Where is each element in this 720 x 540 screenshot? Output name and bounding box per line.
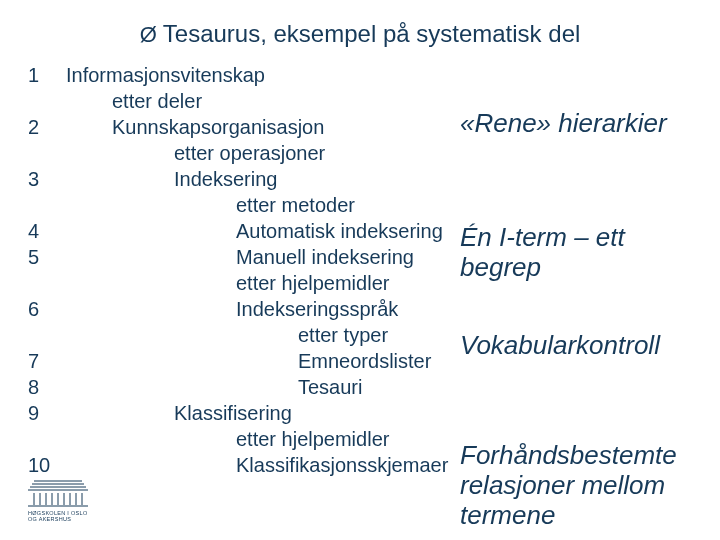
slide-title: ØTesaurus, eksempel på systematisk del	[0, 20, 720, 48]
row-number	[28, 426, 66, 452]
hierarchy-row: etter hjelpemidler	[28, 270, 458, 296]
row-label: etter hjelpemidler	[236, 270, 389, 296]
bullet-arrow-icon: Ø	[140, 22, 157, 47]
logo-building-icon	[28, 477, 88, 507]
hierarchy-row: 10Klassifikasjonsskjemaer	[28, 452, 458, 478]
row-label: Informasjonsvitenskap	[66, 62, 265, 88]
hierarchy-list: 1Informasjonsvitenskapetter deler2Kunnsk…	[28, 62, 458, 478]
row-number: 3	[28, 166, 66, 192]
row-number: 10	[28, 452, 66, 478]
hierarchy-row: 1Informasjonsvitenskap	[28, 62, 458, 88]
row-number: 9	[28, 400, 66, 426]
annotation-4: Forhåndsbestemte relasjoner mellom terme…	[460, 440, 700, 530]
row-number	[28, 192, 66, 218]
hierarchy-row: 7Emneordslister	[28, 348, 458, 374]
row-label: Kunnskapsorganisasjon	[112, 114, 324, 140]
row-number: 1	[28, 62, 66, 88]
row-label: Automatisk indeksering	[236, 218, 443, 244]
row-label: etter operasjoner	[174, 140, 325, 166]
row-label: Indekseringsspråk	[236, 296, 398, 322]
row-label: Indeksering	[174, 166, 277, 192]
row-number: 6	[28, 296, 66, 322]
hierarchy-row: 2Kunnskapsorganisasjon	[28, 114, 458, 140]
row-number: 7	[28, 348, 66, 374]
hierarchy-row: 6Indekseringsspråk	[28, 296, 458, 322]
hierarchy-row: 9Klassifisering	[28, 400, 458, 426]
hierarchy-row: etter hjelpemidler	[28, 426, 458, 452]
hierarchy-row: 4Automatisk indeksering	[28, 218, 458, 244]
row-number: 8	[28, 374, 66, 400]
hierarchy-row: etter deler	[28, 88, 458, 114]
hierarchy-row: 8Tesauri	[28, 374, 458, 400]
annotation-1: «Rene» hierarkier	[460, 108, 700, 138]
institution-logo: HØGSKOLEN I OSLO OG AKERSHUS	[28, 477, 98, 522]
row-number	[28, 270, 66, 296]
row-number: 4	[28, 218, 66, 244]
hierarchy-row: etter metoder	[28, 192, 458, 218]
hierarchy-row: 5Manuell indeksering	[28, 244, 458, 270]
slide: ØTesaurus, eksempel på systematisk del 1…	[0, 0, 720, 540]
row-number: 5	[28, 244, 66, 270]
row-label: etter metoder	[236, 192, 355, 218]
row-label: Manuell indeksering	[236, 244, 414, 270]
row-label: etter deler	[112, 88, 202, 114]
hierarchy-row: 3Indeksering	[28, 166, 458, 192]
title-text: Tesaurus, eksempel på systematisk del	[163, 20, 581, 47]
row-number	[28, 322, 66, 348]
row-label: Tesauri	[298, 374, 362, 400]
row-label: Klassifikasjonsskjemaer	[236, 452, 448, 478]
row-number	[28, 140, 66, 166]
row-number	[28, 88, 66, 114]
row-label: etter typer	[298, 322, 388, 348]
row-label: Klassifisering	[174, 400, 292, 426]
hierarchy-row: etter operasjoner	[28, 140, 458, 166]
row-label: Emneordslister	[298, 348, 431, 374]
annotation-2: Én I-term – ett begrep	[460, 222, 700, 282]
annotation-3: Vokabularkontroll	[460, 330, 700, 360]
row-number: 2	[28, 114, 66, 140]
row-label: etter hjelpemidler	[236, 426, 389, 452]
hierarchy-row: etter typer	[28, 322, 458, 348]
logo-text: HØGSKOLEN I OSLO OG AKERSHUS	[28, 510, 98, 522]
